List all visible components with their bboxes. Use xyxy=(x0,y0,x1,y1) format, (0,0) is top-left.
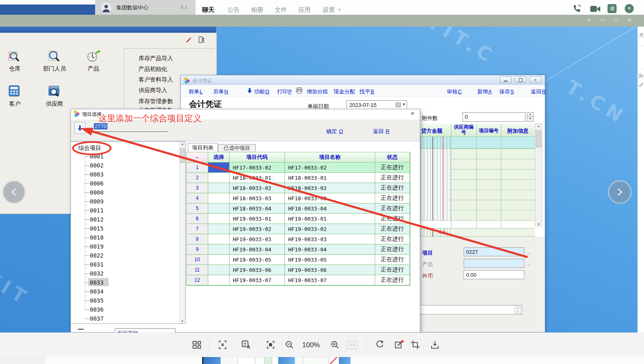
add-plus-button[interactable]: + xyxy=(625,4,634,13)
translate-icon[interactable]: 文 xyxy=(241,339,251,351)
filmstrip-thumbnail[interactable] xyxy=(264,357,272,364)
filmstrip-thumbnail[interactable] xyxy=(255,357,264,364)
prev-image-button[interactable] xyxy=(2,180,26,204)
filmstrip-thumbnail[interactable] xyxy=(272,357,278,364)
viewer-minimize-icon[interactable]: — xyxy=(600,16,605,23)
right-strip-divider xyxy=(638,46,644,46)
toolbar-divider xyxy=(209,339,209,350)
avatar[interactable] xyxy=(101,2,112,13)
settings-chevron-down-icon[interactable]: ∨ xyxy=(338,7,341,12)
video-call-icon[interactable] xyxy=(589,5,601,15)
filmstrip-left-patch xyxy=(0,357,45,364)
chat-title[interactable]: 集团数据中心 xyxy=(116,4,148,11)
viewer-toolbar xyxy=(0,332,644,357)
crop-icon[interactable] xyxy=(410,339,421,351)
tab-album[interactable]: 相册 xyxy=(251,6,263,14)
filmstrip-thumbnail[interactable] xyxy=(296,357,303,364)
zoom-out-icon[interactable] xyxy=(284,339,295,351)
filmstrip-thumbnail[interactable] xyxy=(339,357,350,364)
chat-time: 8-1 xyxy=(181,5,187,9)
background-window-titlebar xyxy=(0,5,95,15)
viewer-maximize-icon[interactable]: □ xyxy=(614,17,618,23)
zoom-level-text[interactable]: 100% xyxy=(302,341,320,349)
filmstrip-thumbnail[interactable] xyxy=(238,357,255,364)
background-window-fragment xyxy=(0,0,95,5)
tab-settings[interactable]: 设置 xyxy=(323,6,335,14)
right-strip-text: 天 xyxy=(639,32,644,39)
toolbar-divider xyxy=(366,339,366,350)
ocr-extract-icon[interactable] xyxy=(217,339,228,351)
filmstrip-thumbnail[interactable] xyxy=(278,357,295,364)
tab-apps[interactable]: 应用 xyxy=(298,6,311,14)
filmstrip-thumbnail[interactable] xyxy=(328,357,339,364)
filmstrip-thumbnail[interactable] xyxy=(202,357,221,364)
add-contact-icon[interactable] xyxy=(638,73,644,80)
rotate-icon[interactable] xyxy=(374,339,385,351)
filmstrip-thumbnail[interactable] xyxy=(221,357,238,364)
tab-chat[interactable]: 聊天 xyxy=(202,6,214,14)
class-badge[interactable]: 课 xyxy=(608,4,617,13)
svg-text:文: 文 xyxy=(243,342,247,346)
tab-files[interactable]: 文件 xyxy=(275,6,287,14)
edit-annotate-icon[interactable] xyxy=(394,339,404,351)
actual-size-button[interactable]: 1:1 xyxy=(347,341,357,349)
zoom-in-icon[interactable] xyxy=(330,339,340,351)
next-image-button[interactable] xyxy=(608,180,632,204)
chevron-right-icon xyxy=(616,188,624,197)
gallery-layout-icon[interactable] xyxy=(191,339,202,351)
fullscreen-icon[interactable] xyxy=(265,339,276,351)
viewer-collapse-icon[interactable]: ∨ xyxy=(587,17,591,23)
right-strip-divider xyxy=(638,69,644,69)
chrome-layer: 聊天 公告 相册 文件 应用 设置 ∨ 课 + 集团数据中心 8-1 ∨ — □… xyxy=(0,0,644,364)
filmstrip-thumbnail[interactable] xyxy=(303,357,328,364)
voice-call-icon[interactable] xyxy=(571,3,583,15)
download-icon[interactable] xyxy=(430,339,440,351)
viewer-titlebar[interactable] xyxy=(0,15,644,27)
tab-announcement[interactable]: 公告 xyxy=(228,6,240,14)
viewer-close-icon[interactable]: × xyxy=(628,16,632,24)
pencil-icon[interactable] xyxy=(638,82,644,89)
chevron-left-icon xyxy=(10,188,18,197)
